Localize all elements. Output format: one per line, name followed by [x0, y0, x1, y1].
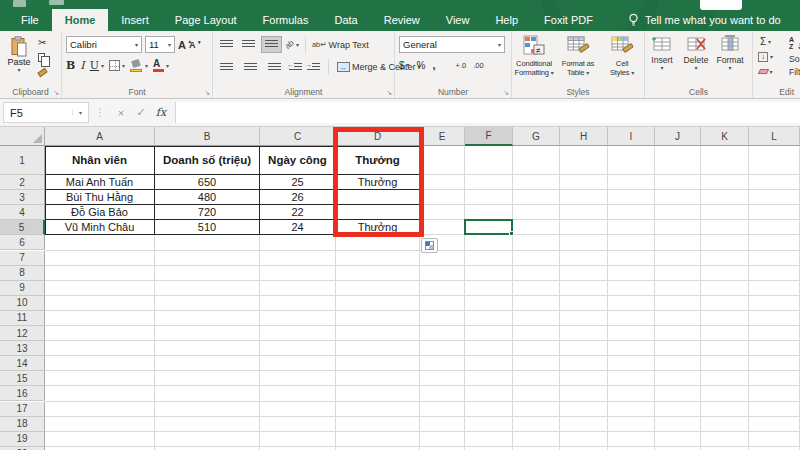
- column-header-F[interactable]: F: [465, 127, 513, 146]
- tab-review[interactable]: Review: [371, 9, 433, 31]
- insert-function-icon[interactable]: fx: [151, 106, 171, 119]
- row-header-17[interactable]: 17: [0, 402, 45, 417]
- quick-access-undo-icon[interactable]: [49, 0, 64, 5]
- wrap-text-button[interactable]: ab↵Wrap Text: [312, 40, 369, 50]
- row-header-11[interactable]: 11: [0, 311, 45, 326]
- number-format-combo[interactable]: General ▾: [399, 36, 505, 53]
- tab-data[interactable]: Data: [321, 9, 370, 31]
- clipboard-dialog-launcher-icon[interactable]: ↘: [53, 89, 59, 97]
- increase-decimal-button[interactable]: +.0: [456, 61, 467, 70]
- cell-D2[interactable]: Thưởng: [336, 175, 420, 190]
- cell-C4[interactable]: 22: [260, 205, 336, 220]
- cell-A4[interactable]: Đỗ Gia Bảo: [45, 205, 155, 220]
- tab-insert[interactable]: Insert: [108, 9, 162, 31]
- cancel-icon[interactable]: ×: [111, 107, 131, 119]
- column-header-H[interactable]: H: [560, 127, 608, 146]
- paste-button[interactable]: Paste ▾: [3, 36, 35, 83]
- accounting-format-button[interactable]: $▾: [399, 60, 410, 71]
- cell-C2[interactable]: 25: [260, 175, 336, 190]
- fill-button[interactable]: ↓▾: [758, 50, 773, 63]
- row-header-3[interactable]: 3: [0, 190, 45, 205]
- name-box-dropdown-icon[interactable]: ▾: [72, 109, 88, 116]
- row-header-12[interactable]: 12: [0, 326, 45, 341]
- clear-button[interactable]: ▾: [758, 65, 773, 78]
- bottom-align-button[interactable]: [261, 36, 282, 53]
- column-header-E[interactable]: E: [420, 127, 465, 146]
- tell-me-box[interactable]: Tell me what you want to do: [628, 9, 781, 31]
- column-header-A[interactable]: A: [45, 127, 155, 146]
- font-color-button[interactable]: A▾: [153, 59, 169, 72]
- increase-indent-button[interactable]: →: [307, 63, 320, 72]
- column-header-D[interactable]: D: [336, 127, 420, 146]
- cell-C1[interactable]: Ngày công: [260, 146, 336, 175]
- row-header-4[interactable]: 4: [0, 205, 45, 220]
- cell-B2[interactable]: 650: [155, 175, 260, 190]
- row-header-1[interactable]: 1: [0, 146, 45, 175]
- decrease-indent-button[interactable]: ←: [289, 63, 302, 72]
- tab-view[interactable]: View: [433, 9, 483, 31]
- quick-access-save-icon[interactable]: [13, 0, 26, 7]
- bold-button[interactable]: B: [66, 59, 75, 72]
- sort-filter-button[interactable]: AZ ⇣ Sort Filte: [789, 36, 800, 79]
- row-header-19[interactable]: 19: [0, 432, 45, 447]
- cell-D1[interactable]: Thưởng: [336, 146, 420, 175]
- cell-D3[interactable]: [336, 190, 420, 205]
- paste-dropdown-icon[interactable]: ▾: [17, 67, 20, 73]
- cell-D5[interactable]: Thưởng: [336, 220, 420, 235]
- cell-D4[interactable]: [336, 205, 420, 220]
- row-header-10[interactable]: 10: [0, 296, 45, 311]
- cell-A5[interactable]: Vũ Minh Châu: [45, 220, 155, 235]
- tab-help[interactable]: Help: [482, 9, 531, 31]
- cell-B5[interactable]: 510: [155, 220, 260, 235]
- font-family-combo[interactable]: Calibri ▾: [66, 36, 142, 53]
- row-header-2[interactable]: 2: [0, 175, 45, 190]
- borders-button[interactable]: ▾: [109, 60, 125, 71]
- row-header-7[interactable]: 7: [0, 251, 45, 266]
- alignment-dialog-launcher-icon[interactable]: ↘: [386, 89, 392, 97]
- format-painter-button[interactable]: [38, 67, 47, 78]
- row-header-16[interactable]: 16: [0, 386, 45, 401]
- row-header-6[interactable]: 6: [0, 235, 45, 250]
- cell-C3[interactable]: 26: [260, 190, 336, 205]
- tab-home[interactable]: Home: [52, 9, 109, 31]
- paste-options-button[interactable]: [421, 238, 438, 253]
- tab-page-layout[interactable]: Page Layout: [162, 9, 250, 31]
- cell-B3[interactable]: 480: [155, 190, 260, 205]
- tab-foxit-pdf[interactable]: Foxit PDF: [531, 9, 606, 31]
- row-header-18[interactable]: 18: [0, 417, 45, 432]
- row-header-5[interactable]: 5: [0, 220, 45, 235]
- cell-C5[interactable]: 24: [260, 220, 336, 235]
- tab-file[interactable]: File: [8, 9, 52, 31]
- formula-input[interactable]: [175, 102, 800, 123]
- column-header-L[interactable]: L: [749, 127, 800, 146]
- column-header-B[interactable]: B: [155, 127, 260, 146]
- font-size-combo[interactable]: 11 ▾: [145, 36, 175, 53]
- cell-A3[interactable]: Bùi Thu Hằng: [45, 190, 155, 205]
- column-header-J[interactable]: J: [655, 127, 701, 146]
- fill-color-button[interactable]: ▾: [130, 60, 148, 72]
- comma-style-button[interactable]: ,: [432, 59, 435, 71]
- enter-icon[interactable]: ✓: [131, 106, 151, 119]
- row-header-14[interactable]: 14: [0, 356, 45, 371]
- row-header-15[interactable]: 15: [0, 371, 45, 386]
- autosum-button[interactable]: Σ▾: [758, 35, 773, 48]
- cell-A1[interactable]: Nhân viên: [45, 146, 155, 175]
- align-center-button[interactable]: [241, 60, 260, 75]
- underline-button[interactable]: U▾: [90, 59, 104, 72]
- row-header-9[interactable]: 9: [0, 281, 45, 296]
- tab-formulas[interactable]: Formulas: [250, 9, 322, 31]
- column-header-C[interactable]: C: [260, 127, 336, 146]
- decrease-decimal-button[interactable]: .00: [473, 61, 483, 70]
- cell-A2[interactable]: Mai Anh Tuấn: [45, 175, 155, 190]
- column-header-K[interactable]: K: [701, 127, 749, 146]
- percent-style-button[interactable]: %: [417, 60, 426, 71]
- number-dialog-launcher-icon[interactable]: ↘: [503, 89, 509, 97]
- font-dialog-launcher-icon[interactable]: ↘: [204, 89, 210, 97]
- middle-align-button[interactable]: [239, 37, 258, 52]
- name-box[interactable]: F5 ▾: [3, 102, 89, 123]
- cell-B4[interactable]: 720: [155, 205, 260, 220]
- orientation-button[interactable]: ab▾: [285, 40, 299, 49]
- formula-bar-handle[interactable]: ⋮: [95, 107, 105, 118]
- top-align-button[interactable]: [217, 37, 236, 52]
- row-header-13[interactable]: 13: [0, 341, 45, 356]
